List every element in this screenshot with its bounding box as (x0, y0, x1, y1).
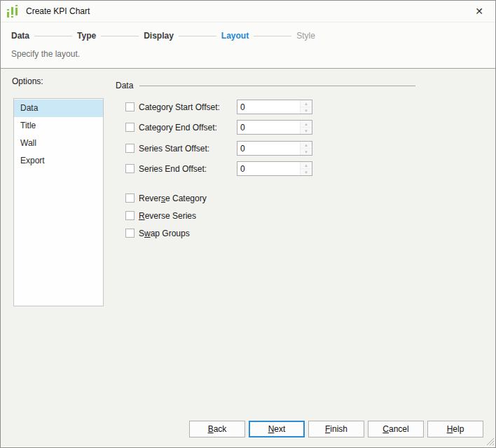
spin-down-icon[interactable]: ▼ (301, 107, 312, 114)
swap-groups-checkbox[interactable] (125, 229, 135, 238)
reverse-series-checkbox[interactable] (125, 211, 135, 220)
step-connector (101, 36, 139, 36)
wizard-steps: Data Type Display Layout Style (1, 22, 495, 42)
category-start-offset-label[interactable]: Category Start Offset: (139, 102, 237, 112)
step-display[interactable]: Display (144, 31, 174, 41)
dialog-title: Create KPI Chart (26, 6, 90, 16)
data-group-title: Data (116, 81, 133, 90)
help-button[interactable]: Help (427, 421, 483, 437)
category-start-offset-checkbox[interactable] (125, 102, 135, 111)
dialog-content: Options: Data Title Wall Export Data Cat… (1, 69, 495, 447)
step-connector (254, 36, 291, 36)
group-divider (139, 86, 415, 86)
reverse-category-checkbox[interactable] (125, 194, 135, 203)
swap-groups-row: Swap Groups (125, 228, 190, 238)
series-start-offset-row: Series Start Offset: ▲ ▼ (125, 141, 312, 156)
title-bar: Create KPI Chart ✕ (1, 1, 495, 22)
series-start-offset-spinner: ▲ ▼ (237, 141, 312, 156)
kpi-chart-icon (6, 4, 20, 19)
options-item-export[interactable]: Export (14, 152, 103, 170)
reverse-series-row: Reverse Series (125, 210, 196, 221)
create-kpi-chart-dialog: Create KPI Chart ✕ Data Type Display Lay… (0, 0, 496, 448)
step-connector (34, 36, 72, 36)
category-start-offset-input[interactable] (237, 100, 300, 114)
category-start-offset-spinner: ▲ ▼ (237, 100, 312, 114)
spinner-buttons: ▲ ▼ (300, 100, 312, 114)
category-start-offset-row: Category Start Offset: ▲ ▼ (125, 100, 312, 114)
data-group-header: Data (116, 81, 415, 90)
resize-grip[interactable] (485, 437, 494, 445)
options-item-data[interactable]: Data (14, 100, 103, 117)
spin-up-icon[interactable]: ▲ (301, 142, 312, 149)
category-end-offset-input[interactable] (237, 121, 300, 134)
series-end-offset-checkbox[interactable] (125, 164, 135, 173)
options-listbox[interactable]: Data Title Wall Export (13, 98, 104, 306)
step-connector (179, 36, 216, 36)
spin-down-icon[interactable]: ▼ (301, 128, 312, 134)
spinner-buttons: ▲ ▼ (300, 162, 312, 175)
reverse-series-label[interactable]: Reverse Series (139, 211, 196, 221)
swap-groups-label[interactable]: Swap Groups (139, 229, 190, 238)
wizard-subtitle: Specify the layout. (1, 42, 495, 59)
spinner-buttons: ▲ ▼ (300, 142, 312, 155)
wizard-header: Data Type Display Layout Style Specify t… (1, 22, 495, 69)
category-end-offset-row: Category End Offset: ▲ ▼ (125, 120, 312, 135)
options-label: Options: (12, 76, 43, 86)
series-start-offset-label[interactable]: Series Start Offset: (139, 144, 237, 154)
series-start-offset-input[interactable] (237, 142, 300, 155)
reverse-category-row: Reverse Category (125, 193, 207, 203)
series-end-offset-spinner: ▲ ▼ (237, 161, 312, 176)
cancel-button[interactable]: Cancel (368, 421, 424, 437)
spin-up-icon[interactable]: ▲ (301, 162, 312, 169)
spin-up-icon[interactable]: ▲ (301, 100, 312, 107)
step-data[interactable]: Data (11, 31, 29, 41)
back-button[interactable]: Back (189, 421, 245, 437)
footer-buttons: Back Next Finish Cancel Help (189, 421, 483, 437)
series-end-offset-input[interactable] (237, 162, 300, 175)
spin-down-icon[interactable]: ▼ (301, 149, 312, 155)
close-icon[interactable]: ✕ (469, 2, 490, 20)
options-item-title[interactable]: Title (14, 117, 103, 135)
finish-button[interactable]: Finish (308, 421, 364, 437)
category-end-offset-label[interactable]: Category End Offset: (139, 123, 237, 133)
reverse-category-label[interactable]: Reverse Category (139, 194, 207, 203)
step-style: Style (296, 31, 315, 41)
spinner-buttons: ▲ ▼ (300, 121, 312, 134)
spin-up-icon[interactable]: ▲ (301, 121, 312, 128)
category-end-offset-checkbox[interactable] (125, 123, 135, 132)
series-start-offset-checkbox[interactable] (125, 144, 135, 153)
series-end-offset-row: Series End Offset: ▲ ▼ (125, 161, 312, 176)
category-end-offset-spinner: ▲ ▼ (237, 120, 312, 135)
series-end-offset-label[interactable]: Series End Offset: (139, 164, 237, 174)
spin-down-icon[interactable]: ▼ (301, 169, 312, 175)
options-item-wall[interactable]: Wall (14, 135, 103, 152)
step-type[interactable]: Type (77, 31, 96, 41)
next-button[interactable]: Next (249, 421, 305, 437)
step-layout[interactable]: Layout (221, 31, 249, 41)
